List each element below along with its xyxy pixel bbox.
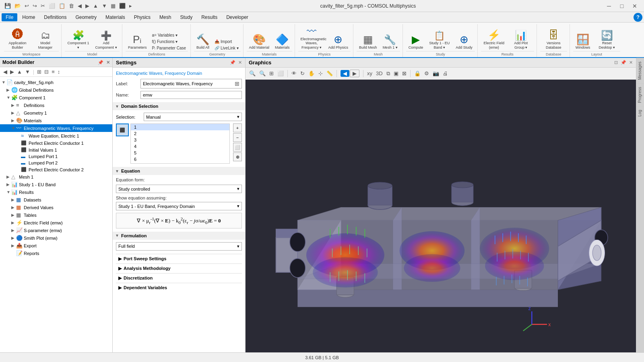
forward-icon[interactable]: ▶ (84, 2, 91, 10)
import-button[interactable]: 📥 Import (213, 39, 240, 45)
livelink-button[interactable]: 🔗 LiveLink ▾ (213, 45, 240, 51)
view-ortho-icon[interactable]: ▣ (392, 70, 400, 77)
settings-3d-icon[interactable]: ⚙ (423, 70, 430, 77)
tree-lumped-port2[interactable]: ▶ ▬ Lumped Port 2 (0, 160, 112, 166)
port-sweep-section[interactable]: ▶ Port Sweep Settings (116, 254, 242, 263)
expand-all-icon[interactable]: ⊞ (36, 68, 42, 75)
add-component-button[interactable]: ➕ Add Component ▾ (93, 26, 120, 51)
zoom-in-icon[interactable]: 🔍 (248, 70, 257, 77)
menu-home[interactable]: Home (18, 13, 39, 21)
study1-tree-toggle[interactable]: ▶ (6, 182, 11, 187)
maximize-button[interactable]: □ (616, 2, 628, 10)
log-tab[interactable]: Log (636, 106, 644, 120)
label-btn[interactable]: ⊞ (235, 80, 239, 87)
close-settings[interactable]: ✕ (238, 60, 242, 65)
domain-item-1[interactable]: 1 (131, 124, 229, 130)
tree-root[interactable]: ▼ 📄 cavity_filter_5g.mph (0, 78, 112, 86)
print-icon[interactable]: 🖨 (442, 70, 449, 77)
reset-desktop-button[interactable]: 🔄 Reset Desktop ▾ (593, 26, 620, 51)
graphics-canvas[interactable]: x z (246, 80, 636, 352)
parameters-button[interactable]: Pᵢ Parameters (126, 26, 149, 51)
more-icon[interactable]: ▸ (128, 2, 133, 10)
paste-selection-btn[interactable]: ⊕ (233, 152, 242, 161)
undo-icon[interactable]: ↩ (23, 2, 30, 10)
tree-geometry1[interactable]: ▶ △ Geometry 1 (0, 109, 112, 117)
copy-icon[interactable]: ⬜ (47, 2, 56, 10)
tree-component1[interactable]: ▼ 🧩 Component 1 (0, 94, 112, 101)
equation-header[interactable]: ▼ Equation (113, 167, 245, 175)
menu-file[interactable]: File (2, 13, 17, 21)
tree-materials[interactable]: ▶ 🎨 Materials (0, 117, 112, 124)
redo-icon[interactable]: ↪ (31, 2, 38, 10)
progress-tab[interactable]: Progress (636, 83, 644, 106)
collapse-all-icon[interactable]: ⊟ (43, 68, 50, 75)
tree-datasets[interactable]: ▶ ▦ Datasets (0, 196, 112, 204)
geometry1-toggle[interactable]: ▶ (11, 111, 16, 115)
minimize-button[interactable]: ─ (603, 2, 615, 10)
pin-model-builder[interactable]: 📌 (98, 60, 103, 65)
equation-form-dropdown[interactable]: Study controlled ▾ (116, 185, 242, 193)
em-waves-button[interactable]: 〰 Electromagnetic Waves, Frequency ▾ (298, 26, 325, 51)
definitions-toggle[interactable]: ▶ (11, 103, 16, 107)
tree-derived-values[interactable]: ▶ ▦ Derived Values (0, 204, 112, 211)
cut-icon[interactable]: ✂ (39, 2, 46, 10)
menu-physics[interactable]: Physics (130, 13, 155, 21)
toggle-icon[interactable]: ≡ (51, 68, 56, 75)
model-manager-button[interactable]: 🗂 Model Manager (32, 26, 59, 51)
menu-definitions[interactable]: Definitions (40, 13, 70, 21)
tree-s-param[interactable]: ▶ 📈 S-parameter (emw) (0, 226, 112, 234)
down-icon[interactable]: ▼ (101, 2, 108, 10)
sort-icon[interactable]: ↕ (57, 68, 61, 75)
tree-results[interactable]: ▼ 📊 Results (0, 188, 112, 196)
variables-button[interactable]: a= Variables ▾ (150, 32, 188, 38)
tree-study1[interactable]: ▶ 📊 Study 1 - EU Band (0, 181, 112, 188)
materials-button[interactable]: 🔷 Materials (272, 26, 292, 51)
add-physics-button[interactable]: ⊕ Add Physics (326, 26, 351, 51)
toolbar-quick-access[interactable]: 💾 📂 ↩ ↪ ✂ ⬜ 📋 🗑 ◀ ▶ ▲ ▼ ▦ ⬛ ▸ (3, 2, 133, 10)
menu-geometry[interactable]: Geometry (71, 13, 101, 21)
down-nav-icon[interactable]: ▼ (24, 68, 31, 75)
derived-toggle[interactable]: ▶ (11, 205, 16, 210)
component1-tree-toggle[interactable]: ▼ (6, 95, 11, 100)
zoom-extent-icon[interactable]: ⊞ (268, 70, 275, 77)
view-clip-icon[interactable]: ⊠ (401, 70, 408, 77)
window-controls[interactable]: ─ □ ✕ (603, 2, 641, 10)
results-toggle[interactable]: ▼ (6, 190, 11, 194)
domain-item-4[interactable]: 4 (131, 143, 229, 150)
domain-item-2[interactable]: 2 (131, 130, 229, 137)
global-toggle[interactable]: ▶ (6, 88, 11, 92)
root-toggle[interactable]: ▼ (2, 80, 6, 84)
nav-forward-btn[interactable]: ▶ (350, 70, 359, 77)
select-icon[interactable]: ⬛ (118, 2, 127, 10)
domain-item-5[interactable]: 5 (131, 150, 229, 156)
selection-active-button[interactable]: ⬛ (116, 123, 129, 136)
close-button[interactable]: ✕ (629, 2, 641, 10)
delete-icon[interactable]: 🗑 (68, 2, 75, 10)
mesh1-button[interactable]: 🔧 Mesh 1 ▾ (380, 26, 400, 51)
datasets-toggle[interactable]: ▶ (11, 197, 16, 202)
snapshot-icon[interactable]: 📷 (431, 70, 440, 77)
forward-nav-icon[interactable]: ▶ (9, 68, 15, 75)
add-study-button[interactable]: ⊕ Add Study (453, 26, 475, 51)
view-perspective-icon[interactable]: ⧉ (385, 70, 391, 78)
component1-button[interactable]: 🧩 Component 1 ▾ (65, 26, 92, 51)
tree-pec2[interactable]: ▶ ⬛ Perfect Electric Conductor 2 (0, 166, 112, 173)
save-icon[interactable]: 💾 (3, 2, 12, 10)
build-mesh-button[interactable]: ▦ Build Mesh (357, 26, 380, 51)
back-nav-icon[interactable]: ◀ (2, 68, 8, 75)
remove-selection-btn[interactable]: − (233, 133, 242, 142)
measure-icon[interactable]: 📏 (325, 70, 334, 77)
compute-button[interactable]: ▶ Compute (406, 26, 426, 51)
up-icon[interactable]: ▲ (92, 2, 99, 10)
up-nav-icon[interactable]: ▲ (16, 68, 23, 75)
tree-pec1[interactable]: ▶ ⬛ Perfect Electric Conductor 1 (0, 140, 112, 146)
menu-results[interactable]: Results (197, 13, 221, 21)
tree-reports[interactable]: ▶ 📝 Reports (0, 249, 112, 257)
menu-mesh[interactable]: Mesh (155, 13, 175, 21)
menu-developer[interactable]: Developer (222, 13, 252, 21)
pin-settings[interactable]: 📌 (230, 60, 235, 65)
nav-back-btn[interactable]: ◀ (341, 70, 349, 77)
pin-graphics[interactable]: 📌 (621, 60, 626, 65)
zoom-out-icon[interactable]: 🔍 (258, 70, 267, 77)
help-button[interactable]: ? (634, 13, 642, 22)
